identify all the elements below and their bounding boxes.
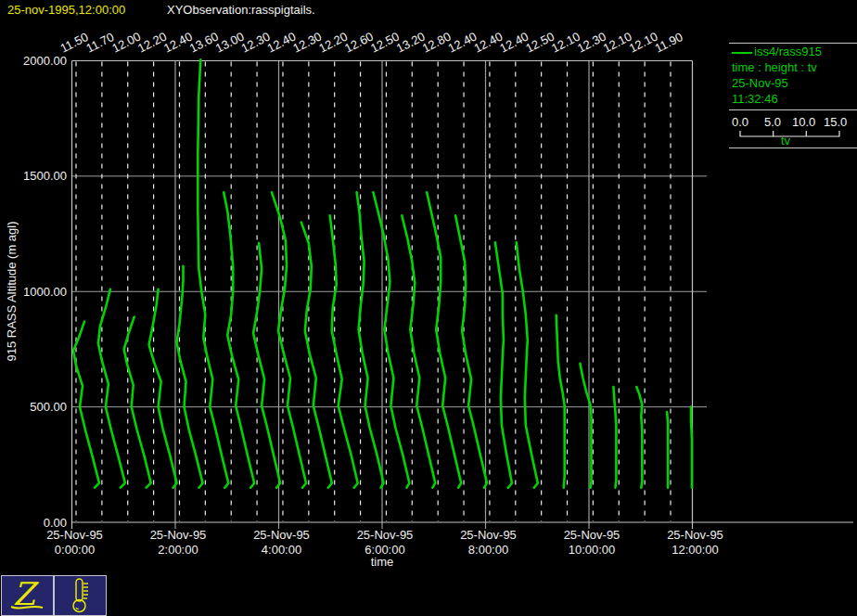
x-tick-time: 10:00:00 [569, 543, 616, 557]
x-tick-date: 25-Nov-95 [667, 528, 723, 542]
pigtail-profile [667, 412, 668, 488]
zebra-logo-button[interactable]: Z [1, 575, 54, 616]
pigtail-profile [224, 192, 254, 487]
legend-bottom-rule [729, 148, 857, 148]
pigtail-profile [455, 215, 487, 488]
tv-scale-ruler [738, 130, 844, 138]
x-tick-date: 25-Nov-95 [357, 528, 414, 542]
plot-legend: iss4/rass915 time : height : tv 25-Nov-9… [729, 43, 857, 110]
pigtail-profile [636, 387, 642, 488]
series-line-sample [732, 52, 752, 54]
zebra-z-icon: Z [2, 576, 51, 613]
tv-scale-tick: 5.0 [764, 115, 781, 129]
thermometer-icon [55, 576, 104, 613]
pigtail-profile [581, 364, 592, 488]
x-axis-title: time [371, 555, 394, 569]
x-tick-date: 25-Nov-95 [564, 528, 620, 542]
pigtail-profile [177, 266, 203, 488]
pigtail-profile [272, 192, 306, 487]
pigtail-profile [517, 242, 538, 487]
pigtail-profile [73, 322, 99, 488]
legend-time: 11:32:46 [729, 91, 857, 107]
y-tick-label: 1000.00 [23, 285, 67, 299]
legend-date: 25-Nov-95 [729, 75, 857, 91]
pigtail-profile [556, 315, 565, 488]
top-tv-label: 11.90 [653, 30, 685, 56]
legend-fields-row: time : height : tv [729, 59, 857, 75]
y-tick-label: 500.00 [30, 400, 67, 414]
x-tick-time: 4:00:00 [262, 543, 301, 557]
tv-scale-tick: 0.0 [732, 115, 748, 129]
pigtail-profile [427, 192, 461, 487]
tv-scale-label: tv [781, 134, 790, 148]
pigtail-profile [691, 407, 692, 488]
thermometer-button[interactable] [54, 575, 107, 616]
tv-scale: 0.0 5.0 10.0 15.0 tv [729, 113, 857, 150]
legend-series-label: iss4/rass915 [754, 45, 822, 58]
x-tick-date: 25-Nov-95 [460, 528, 517, 542]
y-tick-label: 2000.00 [23, 54, 67, 68]
pigtail-profile [373, 192, 409, 487]
legend-separator [729, 109, 857, 110]
zebra-app-window: { "header": { "timestamp": "25-nov-1995,… [0, 0, 857, 616]
x-tick-time: 8:00:00 [468, 543, 508, 557]
y-axis-title: 915 RASS Altitude (m agl) [5, 221, 19, 361]
legend-series-row: iss4/rass915 [729, 44, 857, 59]
tv-scale-tick: 10.0 [792, 115, 815, 129]
x-tick-date: 25-Nov-95 [253, 528, 310, 542]
x-tick-time: 0:00:00 [55, 543, 95, 557]
x-tick-date: 25-Nov-95 [150, 528, 207, 542]
y-tick-label: 1500.00 [23, 169, 67, 183]
pigtail-profile [402, 215, 435, 488]
x-tick-date: 25-Nov-95 [46, 528, 103, 542]
x-tick-time: 12:00:00 [672, 543, 719, 557]
pigtail-profile [198, 59, 228, 487]
x-tick-time: 2:00:00 [158, 543, 198, 557]
pigtail-profile [301, 223, 332, 488]
pigtail-profile [613, 387, 616, 488]
pigtail-profile [495, 242, 512, 487]
tv-scale-tick: 15.0 [824, 115, 847, 129]
